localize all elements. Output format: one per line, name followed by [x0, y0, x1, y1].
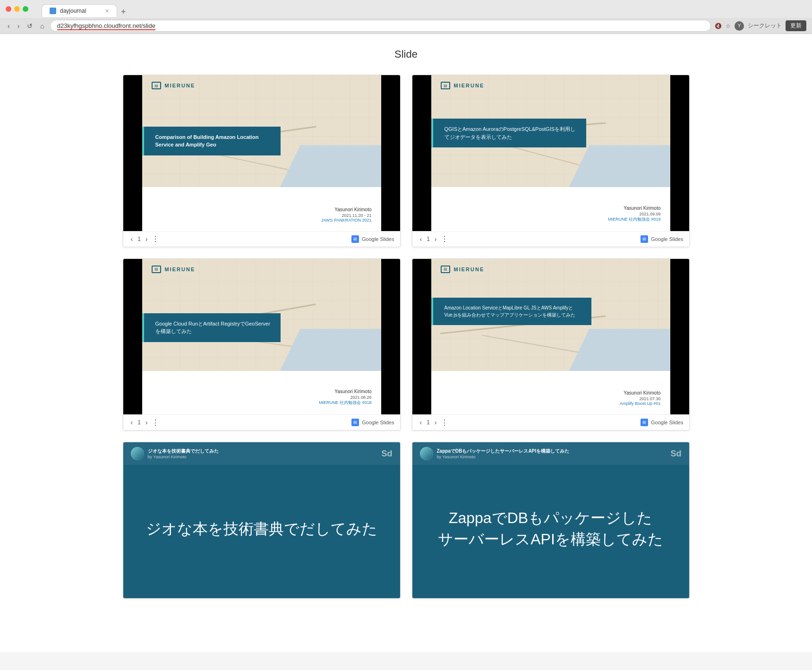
home-button[interactable]: ⌂ — [38, 21, 46, 31]
incognito-label: シークレット — [748, 22, 782, 30]
speakerdeck-header-5: ジオな本を技術書典でだしてみた by Yasunori Kirimoto Sd — [123, 442, 400, 465]
slide-content-box-3: Google Cloud RunとArtifact RegistryでGeoSe… — [142, 313, 281, 342]
slide-logo-3: ▤ MIERUNE — [152, 266, 196, 273]
slides-grid: ▤ MIERUNE Comparison of Building Amazon … — [123, 75, 690, 599]
tab-title: dayjournal — [60, 8, 86, 14]
author-date: 2021.11.20 - 21 — [321, 213, 372, 218]
speakerdeck-body-6: ZappaでDBもパッケージした サーバーレスAPIを構築してみた — [412, 465, 689, 593]
slide-page-number: 1 — [137, 419, 141, 426]
prev-slide-button[interactable]: ‹ — [418, 234, 424, 244]
slide-logo-1: ▤ MIERUNE — [152, 82, 196, 89]
slide-author-4: Yasunori Kirimoto 2021.07.30 Amplify Boo… — [620, 390, 661, 406]
slide-content-box-4: Amazon Location ServiceとMapLibre GL JSとA… — [431, 298, 592, 325]
slide-item-2[interactable]: ▤ MIERUNE QGISとAmazon AuroraのPostgreSQL&… — [412, 75, 690, 247]
slide-controls-3: ‹ 1 › ⋮ ▤ Google Slides — [123, 414, 400, 430]
forward-button[interactable]: › — [16, 21, 22, 31]
tab-favicon — [50, 8, 56, 14]
slide-content-box-2: QGISとAmazon AuroraのPostgreSQL&PostGISを利用… — [431, 119, 586, 147]
slide-main-title-3: Google Cloud RunとArtifact RegistryでGeoSe… — [152, 320, 273, 335]
slide-author-2: Yasunori Kirimoto 2021.09.09 MIERUNE 社内勉… — [608, 206, 661, 223]
slide-preview-3: ▤ MIERUNE Google Cloud RunとArtifact Regi… — [123, 259, 400, 415]
speakerdeck-header-6: ZappaでDBもパッケージしたサーバーレスAPIを構築してみた by Yasu… — [412, 442, 689, 465]
black-bar-right — [670, 75, 689, 231]
slide-item-3[interactable]: ▤ MIERUNE Google Cloud RunとArtifact Regi… — [123, 258, 401, 431]
browser-chrome: dayjournal ✕ + ‹ › ↺ ⌂ d23kyfhgspbhno.cl… — [0, 0, 812, 34]
slide-controls-4: ‹ 1 › ⋮ ▤ Google Slides — [412, 414, 689, 430]
bookmark-icon[interactable]: ☆ — [726, 23, 731, 29]
reload-button[interactable]: ↺ — [25, 21, 34, 31]
slide-main-title-2: QGISとAmazon AuroraのPostgreSQL&PostGISを利用… — [441, 125, 579, 141]
source-label: Google Slides — [362, 236, 394, 242]
black-bar-right — [381, 259, 400, 415]
speakerdeck-author-6: by Yasunori Kirimoto — [437, 455, 667, 459]
speaker-avatar-5 — [131, 447, 144, 460]
new-tab-button[interactable]: + — [117, 7, 130, 17]
slide-preview-4: ▤ MIERUNE Amazon Location ServiceとMapLib… — [412, 259, 689, 415]
black-bar-left — [412, 75, 431, 231]
active-tab[interactable]: dayjournal ✕ — [42, 4, 117, 17]
next-slide-button[interactable]: › — [144, 234, 150, 244]
slide-main-title-4: Amazon Location ServiceとMapLibre GL JSとA… — [441, 304, 584, 318]
black-bar-left — [123, 259, 142, 415]
address-url: d23kyfhgspbhno.cloudfront.net/slide — [57, 22, 155, 29]
slide-item-1[interactable]: ▤ MIERUNE Comparison of Building Amazon … — [123, 75, 401, 247]
mierune-logo-text: MIERUNE — [454, 266, 485, 272]
address-bar[interactable]: d23kyfhgspbhno.cloudfront.net/slide — [50, 20, 711, 32]
mierune-logo-text: MIERUNE — [454, 83, 485, 88]
slide-main-title-1: Comparison of Building Amazon Location S… — [152, 133, 273, 149]
tab-bar: dayjournal ✕ + — [32, 1, 806, 17]
speakerdeck-talk-title-6: ZappaでDBもパッケージしたサーバーレスAPIを構築してみた — [437, 448, 667, 455]
update-button[interactable]: 更新 — [786, 20, 806, 31]
google-slides-icon: ▤ — [641, 419, 648, 426]
mierune-logo-icon: ▤ — [152, 82, 161, 89]
source-label: Google Slides — [651, 420, 684, 425]
speakerdeck-main-text-5: ジオな本を技術書典でだしてみた — [146, 518, 377, 540]
slide-page-number: 1 — [137, 236, 141, 242]
slide-author-1: Yasunori Kirimoto 2021.11.20 - 21 JAWS P… — [321, 207, 372, 223]
mierune-logo-text: MIERUNE — [165, 83, 196, 88]
url-text: d23kyfhgspbhno.cloudfront.net/slide — [57, 22, 155, 30]
back-button[interactable]: ‹ — [6, 21, 12, 31]
prev-slide-button[interactable]: ‹ — [129, 234, 135, 244]
next-slide-button[interactable]: › — [144, 418, 150, 427]
slide-source-4: ▤ Google Slides — [641, 419, 684, 426]
slide-content-box-1: Comparison of Building Amazon Location S… — [142, 127, 281, 155]
slide-item-6[interactable]: ZappaでDBもパッケージしたサーバーレスAPIを構築してみた by Yasu… — [412, 442, 690, 599]
more-options-button[interactable]: ⋮ — [441, 418, 448, 427]
speakerdeck-body-5: ジオな本を技術書典でだしてみた — [123, 465, 400, 593]
slide-preview-2: ▤ MIERUNE QGISとAmazon AuroraのPostgreSQL&… — [412, 75, 689, 231]
toolbar-right: 🔇 ☆ Y シークレット 更新 — [715, 20, 806, 31]
mierune-logo-icon: ▤ — [152, 266, 161, 273]
slide-author-3: Yasunori Kirimoto 2021.08.26 MIERUNE 社内勉… — [319, 389, 372, 406]
prev-slide-button[interactable]: ‹ — [129, 418, 135, 427]
slide-source-1: ▤ Google Slides — [351, 235, 394, 243]
more-options-button[interactable]: ⋮ — [152, 418, 159, 427]
more-options-button[interactable]: ⋮ — [441, 234, 448, 243]
more-options-button[interactable]: ⋮ — [152, 234, 159, 243]
speakerdeck-logo-5: Sd — [381, 449, 392, 459]
minimize-window-button[interactable] — [14, 6, 20, 12]
page-title: Slide — [9, 43, 803, 65]
google-slides-icon: ▤ — [351, 419, 359, 426]
prev-slide-button[interactable]: ‹ — [418, 418, 424, 427]
speakerdeck-main-text-6: ZappaでDBもパッケージした サーバーレスAPIを構築してみた — [438, 507, 663, 550]
tab-close-button[interactable]: ✕ — [105, 8, 109, 14]
slide-speakerdeck-6: ZappaでDBもパッケージしたサーバーレスAPIを構築してみた by Yasu… — [412, 442, 689, 598]
source-label: Google Slides — [651, 236, 684, 242]
slide-item-5[interactable]: ジオな本を技術書典でだしてみた by Yasunori Kirimoto Sd … — [123, 442, 401, 599]
slide-preview-1: ▤ MIERUNE Comparison of Building Amazon … — [123, 75, 400, 231]
source-label: Google Slides — [362, 420, 394, 425]
author-name: Yasunori Kirimoto — [321, 207, 372, 212]
slide-source-3: ▤ Google Slides — [351, 419, 394, 426]
slide-item-4[interactable]: ▤ MIERUNE Amazon Location ServiceとMapLib… — [412, 258, 690, 431]
slide-logo-4: ▤ MIERUNE — [441, 266, 485, 273]
address-bar-row: ‹ › ↺ ⌂ d23kyfhgspbhno.cloudfront.net/sl… — [0, 18, 812, 34]
next-slide-button[interactable]: › — [433, 418, 439, 427]
maximize-window-button[interactable] — [23, 6, 28, 12]
slide-speakerdeck-5: ジオな本を技術書典でだしてみた by Yasunori Kirimoto Sd … — [123, 442, 400, 598]
close-window-button[interactable] — [6, 6, 11, 12]
speaker-meta-5: ジオな本を技術書典でだしてみた by Yasunori Kirimoto — [148, 448, 378, 459]
next-slide-button[interactable]: › — [433, 234, 439, 244]
black-bar-right — [670, 259, 689, 415]
mierune-logo-icon: ▤ — [441, 266, 450, 273]
